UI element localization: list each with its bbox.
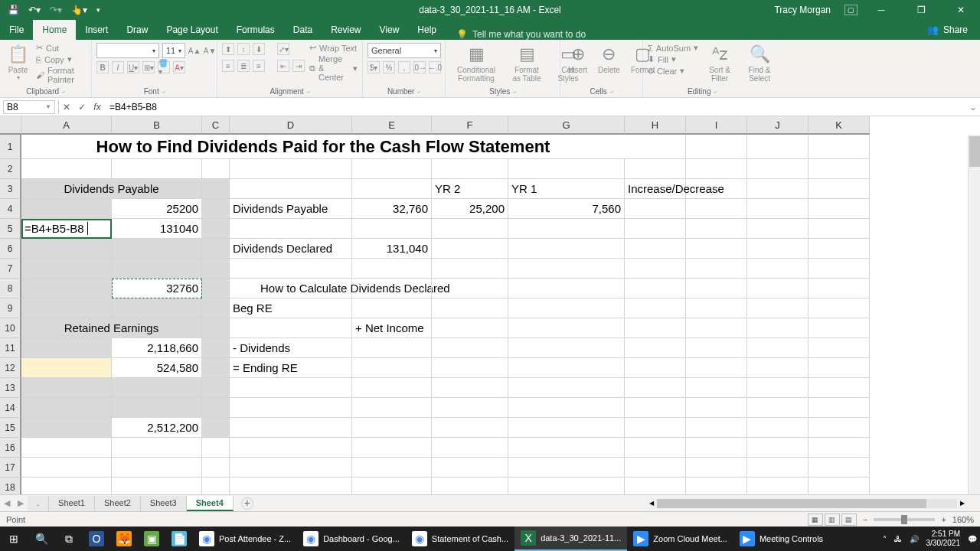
currency-icon[interactable]: $▾ xyxy=(368,61,380,73)
cell-H16[interactable] xyxy=(625,438,686,458)
cell-B16[interactable] xyxy=(112,438,202,458)
cell-A13[interactable] xyxy=(21,378,112,398)
copy-button[interactable]: ⎘Copy ▾ xyxy=(36,54,87,64)
cell-G6[interactable] xyxy=(508,239,625,259)
cell-B15[interactable]: 2,512,200 xyxy=(112,418,202,438)
bold-button[interactable]: B xyxy=(96,61,109,73)
row-header-8[interactable]: 8 xyxy=(0,279,21,298)
cell-J16[interactable] xyxy=(747,438,808,458)
sheet-nav-next-icon[interactable]: ▶ xyxy=(14,498,28,508)
cell-C16[interactable] xyxy=(202,438,230,458)
cell-K8[interactable] xyxy=(808,279,870,298)
taskbar-item[interactable]: ▶Meeting Controls xyxy=(733,527,829,551)
page-layout-view-button[interactable]: ▥ xyxy=(825,514,840,526)
cell-A15[interactable] xyxy=(21,418,112,438)
cell-D8[interactable]: How to Calculate Dividends Declared xyxy=(230,279,352,298)
cell-F2[interactable] xyxy=(432,159,508,179)
cell-G4[interactable]: 7,560 xyxy=(508,199,625,219)
cell-E17[interactable] xyxy=(352,458,432,478)
cell-D11[interactable]: - Dividends xyxy=(230,338,352,358)
cell-K10[interactable] xyxy=(808,318,870,338)
row-header-7[interactable]: 7 xyxy=(0,259,21,279)
cell-D6[interactable]: Dividends Declared xyxy=(230,239,352,259)
column-header-B[interactable]: B xyxy=(112,116,202,135)
column-header-D[interactable]: D xyxy=(230,116,352,135)
row-header-13[interactable]: 13 xyxy=(0,378,21,398)
sheet-nav-prev-icon[interactable]: ◀ xyxy=(0,498,14,508)
cell-G13[interactable] xyxy=(508,378,625,398)
taskbar-item[interactable]: Xdata-3_30_2021-11... xyxy=(514,527,627,551)
cell-H5[interactable] xyxy=(625,219,686,239)
align-center-icon[interactable]: ≣ xyxy=(237,60,250,72)
column-header-K[interactable]: K xyxy=(808,116,870,135)
autosum-button[interactable]: ΣAutoSum ▾ xyxy=(648,43,698,53)
cell-H12[interactable] xyxy=(625,358,686,378)
cell-K11[interactable] xyxy=(808,338,870,358)
add-sheet-button[interactable]: + xyxy=(241,497,253,510)
cell-J12[interactable] xyxy=(747,358,808,378)
cell-C13[interactable] xyxy=(202,378,230,398)
cell-G3[interactable]: YR 1 xyxy=(508,179,625,199)
horizontal-scrollbar[interactable]: ◀▶ xyxy=(646,498,968,509)
row-header-17[interactable]: 17 xyxy=(0,458,21,478)
number-format-select[interactable]: General▾ xyxy=(368,43,441,58)
cell-B17[interactable] xyxy=(112,458,202,478)
decrease-decimal-icon[interactable]: ←.0 xyxy=(429,61,441,73)
cell-E11[interactable] xyxy=(352,338,432,358)
cell-F8[interactable] xyxy=(432,279,508,298)
tab-help[interactable]: Help xyxy=(408,20,446,40)
row-header-2[interactable]: 2 xyxy=(0,159,21,179)
cell-H13[interactable] xyxy=(625,378,686,398)
cell-J7[interactable] xyxy=(747,259,808,279)
name-box[interactable]: B8 ▼ xyxy=(3,100,55,114)
cell-C9[interactable] xyxy=(202,298,230,318)
cell-F9[interactable] xyxy=(432,298,508,318)
normal-view-button[interactable]: ▦ xyxy=(808,514,823,526)
cell-F15[interactable] xyxy=(432,418,508,438)
cell-K9[interactable] xyxy=(808,298,870,318)
touch-mode-icon[interactable]: 👆▾ xyxy=(71,5,87,15)
cell-B6[interactable] xyxy=(112,239,202,259)
cell-H7[interactable] xyxy=(625,259,686,279)
cell-B13[interactable] xyxy=(112,378,202,398)
undo-icon[interactable]: ↶▾ xyxy=(28,5,41,15)
column-header-E[interactable]: E xyxy=(352,116,432,135)
cell-K14[interactable] xyxy=(808,398,870,418)
tell-me-search[interactable]: 💡 Tell me what you want to do xyxy=(456,29,586,40)
sheet-tab-Sheet2[interactable]: Sheet2 xyxy=(95,496,141,511)
cell-J13[interactable] xyxy=(747,378,808,398)
cut-button[interactable]: ✂Cut xyxy=(36,43,87,53)
cell-C10[interactable] xyxy=(202,318,230,338)
cell-I12[interactable] xyxy=(686,358,747,378)
zoom-slider[interactable] xyxy=(874,518,935,521)
cell-G17[interactable] xyxy=(508,458,625,478)
cell-G15[interactable] xyxy=(508,418,625,438)
cell-H15[interactable] xyxy=(625,418,686,438)
page-break-view-button[interactable]: ▤ xyxy=(841,514,857,526)
cell-K12[interactable] xyxy=(808,358,870,378)
row-header-9[interactable]: 9 xyxy=(0,298,21,318)
cell-G11[interactable] xyxy=(508,338,625,358)
row-header-1[interactable]: 1 xyxy=(0,135,21,159)
cell-C2[interactable] xyxy=(202,159,230,179)
clear-button[interactable]: ◇Clear ▾ xyxy=(648,66,698,76)
cell-H10[interactable] xyxy=(625,318,686,338)
cell-D9[interactable]: Beg RE xyxy=(230,298,352,318)
cell-C12[interactable] xyxy=(202,358,230,378)
align-left-icon[interactable]: ≡ xyxy=(222,60,234,72)
cell-C5[interactable] xyxy=(202,219,230,239)
cell-E15[interactable] xyxy=(352,418,432,438)
cell-K4[interactable] xyxy=(808,199,870,219)
cell-G14[interactable] xyxy=(508,398,625,418)
minimize-button[interactable]: ─ xyxy=(865,0,897,20)
cell-I15[interactable] xyxy=(686,418,747,438)
cell-F3[interactable]: YR 2 xyxy=(432,179,508,199)
cell-G9[interactable] xyxy=(508,298,625,318)
column-header-F[interactable]: F xyxy=(432,116,508,135)
ribbon-display-icon[interactable]: ▢ xyxy=(844,5,858,15)
row-header-11[interactable]: 11 xyxy=(0,338,21,358)
column-header-I[interactable]: I xyxy=(686,116,747,135)
cell-D3[interactable] xyxy=(230,179,352,199)
indent-increase-icon[interactable]: ⇥ xyxy=(292,60,305,72)
cell-C17[interactable] xyxy=(202,458,230,478)
